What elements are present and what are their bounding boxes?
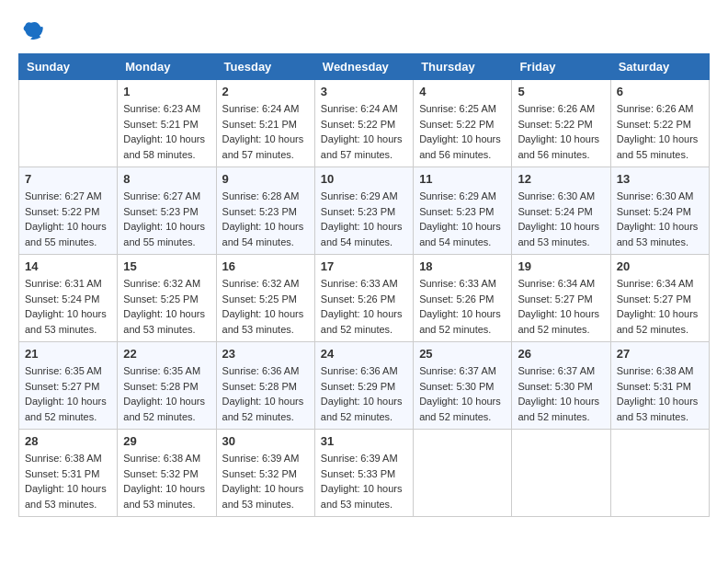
calendar-cell: 22Sunrise: 6:35 AMSunset: 5:28 PMDayligh…: [118, 342, 216, 430]
calendar-cell: 27Sunrise: 6:38 AMSunset: 5:31 PMDayligh…: [610, 342, 709, 430]
week-row-4: 21Sunrise: 6:35 AMSunset: 5:27 PMDayligh…: [19, 342, 710, 430]
calendar-cell: 8Sunrise: 6:27 AMSunset: 5:23 PMDaylight…: [118, 167, 216, 255]
sunrise-text: Sunrise: 6:28 AM: [222, 189, 309, 204]
day-info: Sunrise: 6:36 AMSunset: 5:28 PMDaylight:…: [222, 363, 309, 424]
sunrise-text: Sunrise: 6:38 AM: [123, 451, 210, 466]
daylight-text: Daylight: 10 hours and 56 minutes.: [518, 132, 604, 162]
calendar-cell: 2Sunrise: 6:24 AMSunset: 5:21 PMDaylight…: [216, 80, 314, 167]
weekday-header-thursday: Thursday: [414, 54, 512, 80]
weekday-header-friday: Friday: [512, 54, 610, 80]
day-number: 30: [222, 434, 309, 448]
day-number: 13: [617, 172, 703, 186]
sunrise-text: Sunrise: 6:30 AM: [518, 189, 604, 204]
sunset-text: Sunset: 5:23 PM: [321, 204, 407, 220]
daylight-text: Daylight: 10 hours and 53 minutes.: [123, 481, 210, 511]
day-info: Sunrise: 6:30 AMSunset: 5:24 PMDaylight:…: [518, 189, 604, 249]
header: [18, 18, 710, 44]
daylight-text: Daylight: 10 hours and 52 minutes.: [222, 394, 309, 424]
daylight-text: Daylight: 10 hours and 52 minutes.: [617, 306, 703, 337]
day-info: Sunrise: 6:32 AMSunset: 5:25 PMDaylight:…: [123, 276, 210, 337]
day-number: 21: [25, 347, 111, 361]
calendar-cell: 9Sunrise: 6:28 AMSunset: 5:23 PMDaylight…: [216, 167, 314, 255]
day-info: Sunrise: 6:24 AMSunset: 5:21 PMDaylight:…: [222, 101, 309, 162]
sunrise-text: Sunrise: 6:27 AM: [123, 189, 210, 204]
sunset-text: Sunset: 5:29 PM: [321, 379, 407, 395]
calendar-cell: 25Sunrise: 6:37 AMSunset: 5:30 PMDayligh…: [414, 342, 512, 430]
sunset-text: Sunset: 5:27 PM: [25, 379, 111, 395]
sunset-text: Sunset: 5:27 PM: [617, 292, 703, 307]
sunset-text: Sunset: 5:30 PM: [518, 379, 604, 395]
calendar-cell: 1Sunrise: 6:23 AMSunset: 5:21 PMDaylight…: [118, 80, 216, 167]
day-info: Sunrise: 6:29 AMSunset: 5:23 PMDaylight:…: [321, 189, 407, 249]
daylight-text: Daylight: 10 hours and 52 minutes.: [321, 394, 407, 424]
sunrise-text: Sunrise: 6:34 AM: [617, 276, 703, 292]
day-number: 23: [222, 347, 309, 361]
sunrise-text: Sunrise: 6:27 AM: [25, 189, 111, 204]
day-info: Sunrise: 6:39 AMSunset: 5:32 PMDaylight:…: [222, 451, 309, 511]
sunrise-text: Sunrise: 6:35 AM: [25, 363, 111, 379]
day-number: 10: [321, 172, 407, 186]
day-info: Sunrise: 6:26 AMSunset: 5:22 PMDaylight:…: [617, 101, 703, 162]
day-info: Sunrise: 6:25 AMSunset: 5:22 PMDaylight:…: [419, 101, 506, 162]
sunset-text: Sunset: 5:24 PM: [617, 204, 703, 220]
logo-icon: [18, 18, 44, 44]
daylight-text: Daylight: 10 hours and 52 minutes.: [419, 394, 506, 424]
sunrise-text: Sunrise: 6:36 AM: [321, 363, 407, 379]
week-row-1: 1Sunrise: 6:23 AMSunset: 5:21 PMDaylight…: [19, 80, 710, 167]
sunset-text: Sunset: 5:22 PM: [419, 117, 506, 132]
sunset-text: Sunset: 5:23 PM: [123, 204, 210, 220]
sunset-text: Sunset: 5:31 PM: [617, 379, 703, 395]
calendar-cell: 4Sunrise: 6:25 AMSunset: 5:22 PMDaylight…: [414, 80, 512, 167]
sunset-text: Sunset: 5:22 PM: [518, 117, 604, 132]
day-number: 28: [25, 434, 111, 448]
day-info: Sunrise: 6:38 AMSunset: 5:31 PMDaylight:…: [617, 363, 703, 424]
calendar-cell: 21Sunrise: 6:35 AMSunset: 5:27 PMDayligh…: [19, 342, 118, 430]
calendar-cell: [414, 430, 512, 517]
calendar-cell: 15Sunrise: 6:32 AMSunset: 5:25 PMDayligh…: [118, 255, 216, 342]
daylight-text: Daylight: 10 hours and 53 minutes.: [617, 394, 703, 424]
calendar-cell: 20Sunrise: 6:34 AMSunset: 5:27 PMDayligh…: [610, 255, 709, 342]
sunset-text: Sunset: 5:33 PM: [321, 466, 407, 482]
calendar: SundayMondayTuesdayWednesdayThursdayFrid…: [18, 53, 710, 517]
sunrise-text: Sunrise: 6:38 AM: [617, 363, 703, 379]
day-number: 9: [222, 172, 309, 186]
sunrise-text: Sunrise: 6:26 AM: [518, 101, 604, 117]
calendar-cell: 11Sunrise: 6:29 AMSunset: 5:23 PMDayligh…: [414, 167, 512, 255]
calendar-cell: [512, 430, 610, 517]
calendar-cell: [610, 430, 709, 517]
day-info: Sunrise: 6:35 AMSunset: 5:28 PMDaylight:…: [123, 363, 210, 424]
sunset-text: Sunset: 5:26 PM: [321, 292, 407, 307]
daylight-text: Daylight: 10 hours and 52 minutes.: [25, 394, 111, 424]
day-number: 19: [518, 259, 604, 273]
day-number: 12: [518, 172, 604, 186]
sunset-text: Sunset: 5:22 PM: [617, 117, 703, 132]
day-info: Sunrise: 6:29 AMSunset: 5:23 PMDaylight:…: [419, 189, 506, 249]
calendar-cell: [19, 80, 118, 167]
weekday-header-sunday: Sunday: [19, 54, 118, 80]
daylight-text: Daylight: 10 hours and 52 minutes.: [518, 306, 604, 337]
daylight-text: Daylight: 10 hours and 54 minutes.: [419, 219, 506, 249]
daylight-text: Daylight: 10 hours and 53 minutes.: [25, 481, 111, 511]
daylight-text: Daylight: 10 hours and 52 minutes.: [419, 306, 506, 337]
daylight-text: Daylight: 10 hours and 57 minutes.: [222, 132, 309, 162]
sunset-text: Sunset: 5:22 PM: [321, 117, 407, 132]
calendar-cell: 23Sunrise: 6:36 AMSunset: 5:28 PMDayligh…: [216, 342, 314, 430]
calendar-cell: 19Sunrise: 6:34 AMSunset: 5:27 PMDayligh…: [512, 255, 610, 342]
sunset-text: Sunset: 5:22 PM: [25, 204, 111, 220]
day-number: 7: [25, 172, 111, 186]
daylight-text: Daylight: 10 hours and 55 minutes.: [617, 132, 703, 162]
sunrise-text: Sunrise: 6:35 AM: [123, 363, 210, 379]
week-row-3: 14Sunrise: 6:31 AMSunset: 5:24 PMDayligh…: [19, 255, 710, 342]
calendar-cell: 10Sunrise: 6:29 AMSunset: 5:23 PMDayligh…: [314, 167, 413, 255]
daylight-text: Daylight: 10 hours and 58 minutes.: [123, 132, 210, 162]
calendar-cell: 18Sunrise: 6:33 AMSunset: 5:26 PMDayligh…: [414, 255, 512, 342]
sunrise-text: Sunrise: 6:32 AM: [123, 276, 210, 292]
sunset-text: Sunset: 5:23 PM: [419, 204, 506, 220]
day-info: Sunrise: 6:33 AMSunset: 5:26 PMDaylight:…: [419, 276, 506, 337]
day-info: Sunrise: 6:39 AMSunset: 5:33 PMDaylight:…: [321, 451, 407, 511]
daylight-text: Daylight: 10 hours and 52 minutes.: [518, 394, 604, 424]
sunrise-text: Sunrise: 6:29 AM: [419, 189, 506, 204]
sunrise-text: Sunrise: 6:37 AM: [518, 363, 604, 379]
daylight-text: Daylight: 10 hours and 54 minutes.: [222, 219, 309, 249]
sunrise-text: Sunrise: 6:30 AM: [617, 189, 703, 204]
